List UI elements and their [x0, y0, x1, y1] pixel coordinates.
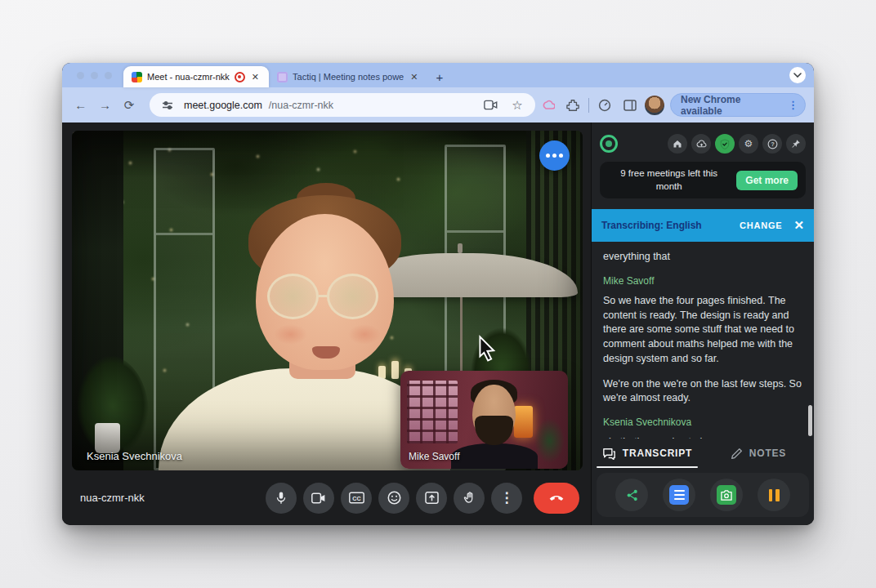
mouse-cursor [476, 335, 500, 364]
share-icon [625, 488, 639, 502]
toolbar-divider [588, 98, 589, 113]
end-call-button[interactable] [534, 483, 579, 514]
profile-avatar[interactable] [645, 96, 664, 115]
screenshot-button[interactable] [710, 479, 743, 511]
transcript-line: everything that [603, 250, 802, 265]
chrome-update-button[interactable]: New Chrome available ⋮ [670, 93, 806, 117]
recording-indicator-icon [235, 72, 245, 82]
pause-icon [769, 489, 780, 501]
tactiq-logo-icon [600, 135, 618, 153]
tactiq-sidebar: ⚙ ? 9 free meetings left this month Get … [591, 122, 814, 525]
transcribing-banner: Transcribing: English CHANGE ✕ [592, 209, 814, 242]
tab-search-chevron-icon[interactable] [789, 67, 806, 83]
home-icon[interactable] [668, 134, 687, 154]
notes-tab-label: NOTES [749, 448, 786, 459]
participant-name-label: Ksenia Svechnikova [87, 450, 182, 462]
present-button[interactable] [416, 483, 447, 514]
help-icon[interactable]: ? [762, 134, 782, 154]
reactions-button[interactable] [378, 483, 409, 514]
tactiq-favicon-icon [277, 72, 288, 82]
bookmark-star-icon[interactable]: ☆ [507, 98, 527, 113]
pink-extension-icon[interactable] [539, 100, 558, 111]
pip-video-tile[interactable]: Mike Savoff [400, 371, 568, 469]
svg-text:CC: CC [352, 496, 360, 502]
transcript-chat-icon [602, 448, 616, 460]
window-controls[interactable] [62, 63, 123, 87]
meet-stage: Ksenia Svechnikova Mike Savoff nua-czmr-… [62, 122, 591, 525]
sidebar-action-bar [597, 473, 809, 517]
chrome-menu-icon[interactable]: ⋮ [788, 99, 798, 111]
pause-transcription-button[interactable] [758, 479, 790, 511]
camera-in-use-icon[interactable] [481, 100, 501, 110]
sidebar-tabs: TRANSCRIPT NOTES [592, 439, 814, 468]
chrome-update-label: New Chrome available [681, 94, 783, 117]
address-bar[interactable]: meet.google.com/nua-czmr-nkk ☆ [150, 93, 535, 117]
transcript-tab-label: TRANSCRIPT [623, 448, 692, 459]
microphone-button[interactable] [266, 483, 297, 514]
meet-favicon-icon [132, 72, 142, 82]
gauge-icon[interactable] [595, 99, 615, 112]
camera-capture-icon [717, 485, 736, 505]
tab-title: Meet - nua-czmr-nkk [147, 72, 230, 82]
back-icon[interactable]: ← [70, 98, 92, 112]
chat-notification-bubble-icon[interactable] [539, 140, 570, 171]
minimize-window-icon[interactable] [91, 72, 98, 79]
tab-transcript[interactable]: TRANSCRIPT [592, 439, 703, 468]
settings-gear-icon[interactable]: ⚙ [739, 134, 758, 154]
browser-window: Meet - nua-czmr-nkk ✕ Tactiq | Meeting n… [62, 63, 814, 525]
get-more-button[interactable]: Get more [736, 171, 798, 190]
change-language-button[interactable]: CHANGE [740, 220, 782, 230]
transcript-speaker: Ksenia Svechnikova [603, 416, 802, 428]
tab-strip: Meet - nua-czmr-nkk ✕ Tactiq | Meeting n… [62, 63, 814, 87]
tab-notes[interactable]: NOTES [703, 439, 814, 468]
free-meetings-card: 9 free meetings left this month Get more [600, 162, 806, 198]
forward-icon[interactable]: → [95, 98, 116, 112]
zoom-window-icon[interactable] [105, 72, 112, 79]
google-docs-icon [669, 485, 689, 505]
transcript-panel[interactable]: everything that Mike Savoff So we have t… [592, 242, 814, 439]
url-host: meet.google.com [184, 100, 262, 111]
pip-window-background [407, 381, 458, 443]
tab-title: Tactiq | Meeting notes powe [293, 72, 404, 82]
side-panel-icon[interactable] [620, 100, 640, 111]
scrollbar-thumb[interactable] [808, 405, 812, 436]
meeting-code-label: nua-czmr-nkk [80, 492, 266, 504]
extensions-puzzle-icon[interactable] [564, 99, 583, 112]
camera-button[interactable] [303, 483, 334, 514]
google-docs-button[interactable] [663, 479, 695, 511]
raise-hand-button[interactable] [454, 483, 485, 514]
captions-button[interactable]: CC [341, 483, 372, 514]
free-meetings-label: 9 free meetings left this month [608, 167, 730, 193]
close-banner-icon[interactable]: ✕ [793, 218, 804, 233]
site-settings-icon[interactable] [158, 100, 177, 111]
reload-icon[interactable]: ⟳ [118, 98, 140, 113]
transcript-speaker: Mike Savoff [603, 275, 802, 287]
tab-tactiq[interactable]: Tactiq | Meeting notes powe ✕ [269, 66, 427, 87]
close-tab-icon[interactable]: ✕ [250, 72, 261, 82]
transcribing-status-label: Transcribing: English [601, 220, 731, 231]
main-video-tile[interactable]: Ksenia Svechnikova Mike Savoff [72, 131, 583, 470]
close-tab-icon[interactable]: ✕ [409, 72, 419, 82]
transcript-line: We're on the we're on the last few steps… [603, 377, 802, 407]
meet-control-bar: nua-czmr-nkk CC [62, 470, 591, 525]
share-button[interactable] [615, 479, 648, 511]
pip-fireplace [514, 406, 533, 437]
svg-text:?: ? [771, 140, 774, 146]
pin-icon[interactable] [786, 134, 806, 154]
url-path: /nua-czmr-nkk [269, 100, 333, 111]
more-options-button[interactable]: ⋮ [491, 483, 522, 514]
close-window-icon[interactable] [77, 72, 84, 79]
cloud-upload-icon[interactable] [691, 134, 711, 154]
privacy-shield-icon[interactable] [715, 134, 735, 154]
transcript-line: So we have the four pages finished. The … [603, 294, 802, 367]
pip-plant [534, 418, 565, 463]
tab-meet[interactable]: Meet - nua-czmr-nkk ✕ [123, 66, 269, 87]
browser-toolbar: ← → ⟳ meet.google.com/nua-czmr-nkk ☆ [62, 87, 814, 122]
notes-pencil-icon [731, 448, 743, 460]
pip-name-label: Mike Savoff [409, 451, 459, 462]
new-tab-button[interactable]: + [427, 70, 451, 87]
